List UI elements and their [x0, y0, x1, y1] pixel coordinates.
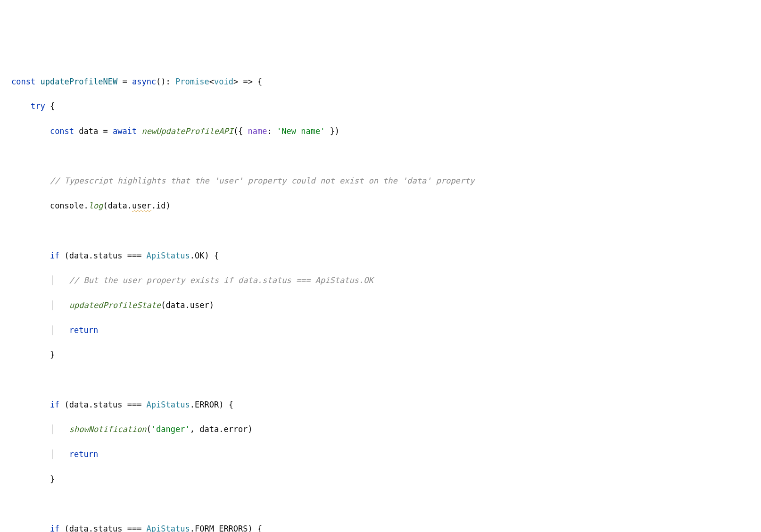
code-line: if (data.status === ApiStatus.ERROR) { [11, 399, 750, 411]
code-line: │ return [11, 448, 750, 460]
code-line: } [11, 473, 750, 485]
code-line: │ return [11, 324, 750, 336]
code-line [11, 150, 750, 162]
code-line: │ // But the user property exists if dat… [11, 274, 750, 286]
code-line: try { [11, 100, 750, 112]
code-line: │ updatedProfileState(data.user) [11, 299, 750, 311]
code-line [11, 224, 750, 237]
code-line: if (data.status === ApiStatus.FORM_ERROR… [11, 523, 750, 532]
code-line: } [11, 349, 750, 361]
ts-warning-underline: user [132, 201, 151, 210]
code-line: if (data.status === ApiStatus.OK) { [11, 249, 750, 262]
code-line: console.log(data.user.id) [11, 200, 750, 212]
code-line: // Typescript highlights that the 'user'… [11, 175, 750, 187]
code-line: │ showNotification('danger', data.error) [11, 423, 750, 435]
code-line: const updateProfileNEW = async(): Promis… [11, 75, 750, 88]
code-line [11, 498, 750, 510]
code-line: const data = await newUpdateProfileAPI({… [11, 125, 750, 137]
code-editor[interactable]: const updateProfileNEW = async(): Promis… [11, 63, 750, 532]
code-line [11, 374, 750, 386]
